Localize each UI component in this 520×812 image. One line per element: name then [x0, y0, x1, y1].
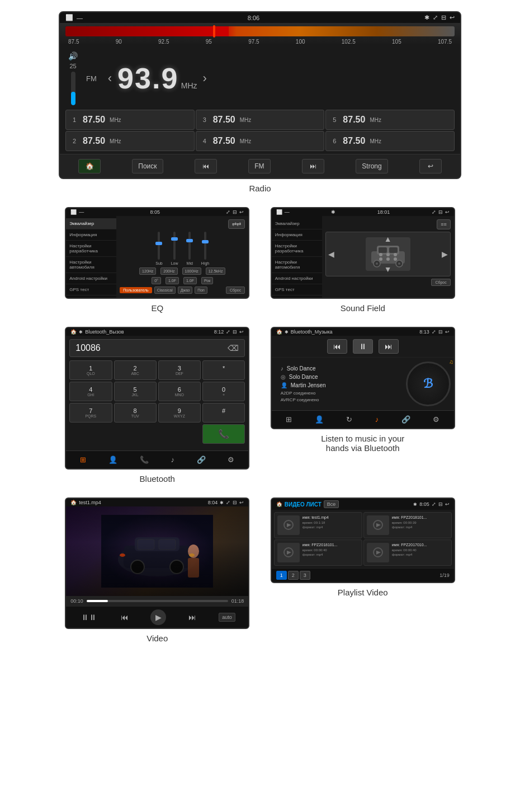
btm-music-tab-icon[interactable]: ♪	[374, 414, 381, 425]
btm-play-pause-button[interactable]: ⏸	[353, 339, 373, 354]
radio-freq-bar[interactable]: 87.5 90 92.5 95 97.5 100 102.5 105 107.5	[60, 23, 460, 45]
playlist-item-4[interactable]: имя: FPZ2017010... время: 00:00:40формат…	[363, 539, 452, 566]
preset-btn-2[interactable]: 2 87.50 MHz	[65, 131, 195, 151]
dialpad-key-6[interactable]: 6MNO	[158, 382, 201, 401]
eq-val-0deg[interactable]: 0°	[152, 277, 161, 284]
sidebar-car-settings[interactable]: Настройки автомобиля	[66, 257, 116, 273]
eq-slider-track-high[interactable]	[204, 232, 206, 260]
bt-settings-icon[interactable]: ⚙	[226, 454, 236, 466]
preset-btn-6[interactable]: 6 87.50 MHz	[325, 131, 455, 151]
btm-refresh-icon[interactable]: ↻	[344, 414, 354, 425]
toolbar-prev-button[interactable]: ⏮	[195, 159, 217, 173]
eq-slider-track-sub[interactable]	[158, 232, 160, 260]
eq-preset-pop[interactable]: Поп	[195, 287, 207, 294]
dialpad-key-5[interactable]: 5JKL	[114, 382, 157, 401]
sf-sidebar-gps[interactable]: GPS тест	[272, 284, 322, 295]
btm-prev-button[interactable]: ⏮	[327, 339, 347, 354]
sf-reset-button[interactable]: Сброс	[431, 279, 450, 286]
dialpad-key-1[interactable]: 1QLO	[69, 360, 112, 380]
video-track[interactable]	[87, 600, 228, 602]
sidebar-gps-test[interactable]: GPS тест	[66, 284, 116, 295]
video-auto-btn[interactable]: auto	[219, 613, 235, 622]
video-next-btn[interactable]: ⏭	[187, 611, 198, 623]
eq-freq-200hz[interactable]: 200Hz	[160, 267, 177, 275]
toolbar-fm-button[interactable]: FM	[248, 159, 271, 173]
bt-contacts-icon[interactable]: 👤	[107, 454, 119, 466]
dialpad-key-8[interactable]: 8TUV	[114, 403, 157, 423]
eq-val-1f-1[interactable]: 1.0F	[166, 277, 179, 284]
playlist-filter-button[interactable]: Все	[324, 500, 339, 508]
sf-arrow-down[interactable]: ▼	[384, 265, 392, 274]
sf-equalizer-button[interactable]: ≡≡	[437, 219, 451, 229]
eq-freq-125khz[interactable]: 12.5kHz	[206, 267, 226, 275]
playlist-item-2[interactable]: имя: FPZ2018101... время: 00:00:39формат…	[363, 512, 452, 538]
sf-sidebar-dev[interactable]: Настройки разработчика	[272, 241, 322, 257]
dialpad-key-9[interactable]: 9WXYZ	[158, 403, 201, 423]
playlist-page-3[interactable]: 3	[300, 571, 310, 580]
toolbar-search-button[interactable]: Поиск	[132, 159, 163, 173]
eq-preset-classical[interactable]: Classical	[154, 287, 176, 294]
eq-reset-button[interactable]: Сброс	[226, 287, 245, 294]
video-prev-btn[interactable]: ⏮	[119, 611, 130, 623]
bt-link-icon[interactable]: 🔗	[195, 454, 207, 466]
eq-val-rock[interactable]: Рок	[201, 277, 213, 284]
sf-arrow-up[interactable]: ▲	[384, 234, 392, 243]
playlist-item-1[interactable]: имя: test1.mp4 время: 00:1:18формат: mp4	[274, 512, 362, 538]
playlist-page-2[interactable]: 2	[288, 571, 299, 580]
toolbar-home-button[interactable]: 🏠	[78, 159, 101, 173]
sf-arrow-right[interactable]: ▶	[442, 250, 448, 259]
sidebar-android-settings[interactable]: Android настройки	[66, 273, 116, 284]
btm-next-button[interactable]: ⏭	[379, 339, 399, 354]
preset-btn-1[interactable]: 1 87.50 MHz	[65, 110, 195, 130]
eq-preset-user[interactable]: Пользователь	[120, 287, 152, 293]
toolbar-back-button[interactable]: ↩	[419, 159, 442, 173]
eq-freq-120hz[interactable]: 120Hz	[139, 267, 156, 275]
dialpad-key-3[interactable]: 3DEF	[158, 360, 201, 380]
btm-contacts-icon[interactable]: 👤	[313, 414, 325, 425]
freq-next-arrow[interactable]: ›	[203, 71, 207, 86]
dialpad-key-star[interactable]: *	[202, 360, 245, 380]
sidebar-dev-settings[interactable]: Настройки разработчика	[66, 241, 116, 257]
dialpad-key-hash[interactable]: #	[202, 403, 245, 423]
dialpad-key-2[interactable]: 2ABC	[114, 360, 157, 380]
video-play-btn[interactable]: ▶	[150, 609, 166, 625]
bt-dialpad-icon[interactable]: ⊞	[78, 454, 88, 466]
btm-settings-icon[interactable]: ⚙	[431, 414, 441, 425]
sidebar-eq[interactable]: Эквалайзер	[66, 218, 116, 229]
bt-delete-icon[interactable]: ⌫	[228, 344, 239, 353]
volume-bar[interactable]	[71, 72, 75, 105]
dialpad-key-7[interactable]: 7PQRS	[69, 403, 112, 423]
sf-sidebar-eq[interactable]: Эквалайзер	[272, 218, 322, 229]
bt-music-screen: 🏠 ✱ Bluetooth_Музыка 8:13 ⤢ ⊟ ↩ ⏮ ⏸ ⏭	[271, 327, 455, 429]
eq-preset-jazz[interactable]: Джаз	[178, 287, 192, 294]
dialpad-call-button[interactable]: 📞	[202, 424, 245, 444]
sf-sidebar-android[interactable]: Android настройки	[272, 273, 322, 284]
bt-music-icon[interactable]: ♪	[169, 454, 176, 466]
eq-slider-track-low[interactable]	[173, 232, 176, 260]
btm-artist-icon: 👤	[281, 382, 287, 388]
eq-freq-1000hz[interactable]: 1000Hz	[182, 267, 201, 275]
video-slow-btn[interactable]: ⏸⏸	[79, 611, 98, 623]
toolbar-next-button[interactable]: ⏭	[302, 159, 324, 173]
dialpad-key-4[interactable]: 4GHI	[69, 382, 112, 401]
preset-btn-5[interactable]: 5 87.50 MHz	[325, 110, 455, 130]
preset-btn-3[interactable]: 3 87.50 MHz	[196, 110, 325, 130]
playlist-page-1[interactable]: 1	[276, 571, 287, 580]
playlist-item-3[interactable]: имя: FPZ2018101... время: 00:00:40формат…	[274, 539, 362, 566]
eq-slider-track-mid[interactable]	[188, 232, 191, 260]
sf-sidebar-info[interactable]: Информация	[272, 229, 322, 241]
dialpad-key-0[interactable]: 0+	[202, 382, 245, 401]
freq-prev-arrow[interactable]: ‹	[108, 71, 112, 86]
sidebar-info[interactable]: Информация	[66, 229, 116, 241]
sf-sidebar-car[interactable]: Настройки автомобиля	[272, 257, 322, 273]
btm-link-icon[interactable]: 🔗	[400, 414, 412, 425]
eq-val-1f-2[interactable]: 1.0F	[183, 277, 197, 284]
sf-arrow-left[interactable]: ◀	[328, 250, 334, 259]
bt-recent-calls-icon[interactable]: 📞	[138, 454, 150, 466]
btm-dialpad-icon[interactable]: ⊞	[284, 414, 294, 425]
toolbar-strong-button[interactable]: Strong	[356, 159, 387, 173]
preset-btn-4[interactable]: 4 87.50 MHz	[196, 131, 325, 151]
eq-icon-button[interactable]: ⇄⇄	[228, 219, 245, 229]
bluetooth-label: Bluetooth	[140, 474, 175, 484]
freq-slider-track[interactable]	[65, 26, 455, 36]
